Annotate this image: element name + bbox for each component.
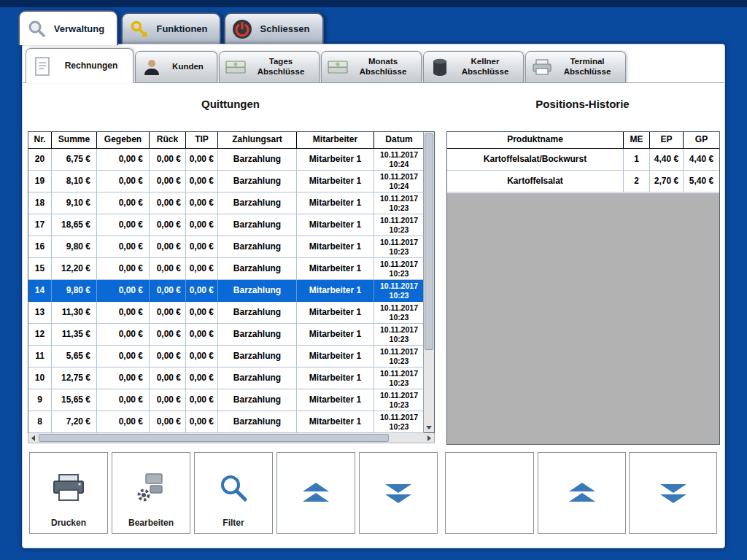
blank-button[interactable]	[445, 452, 534, 534]
cell-datum: 10.11.201710:23	[374, 389, 424, 411]
cell-gp: 5,40 €	[684, 171, 719, 192]
column-header-tip[interactable]: TIP	[186, 132, 218, 148]
tab-label: Rechnungen	[54, 61, 128, 71]
quittungen-scroll-up-button[interactable]	[276, 452, 355, 534]
cell-produktname: Kartoffelsalat/Bockwurst	[447, 149, 624, 171]
scroll-left-arrow-icon[interactable]	[31, 435, 35, 441]
cell-tip: 0,00 €	[186, 258, 218, 280]
cell-nr: 13	[28, 302, 52, 324]
cell-tip: 0,00 €	[186, 302, 218, 324]
cell-datum: 10.11.201710:23	[374, 258, 424, 280]
cell-tip: 0,00 €	[186, 346, 218, 368]
quittungen-row[interactable]: 1718,65 €0,00 €0,00 €0,00 €BarzahlungMit…	[28, 214, 424, 236]
cell-nr: 19	[28, 171, 52, 192]
cell-mitarbeiter: Mitarbeiter 1	[297, 411, 374, 433]
cell-gegeben: 0,00 €	[97, 149, 150, 171]
scroll-right-arrow-icon[interactable]	[427, 435, 431, 441]
cell-mitarbeiter: Mitarbeiter 1	[297, 192, 374, 214]
tab-verwaltung[interactable]: Verwaltung	[18, 10, 118, 45]
cell-zahlungsart: Barzahlung	[218, 280, 297, 302]
column-header-datum[interactable]: Datum	[374, 132, 424, 148]
drucken-label: Drucken	[30, 518, 107, 528]
cell-mitarbeiter: Mitarbeiter 1	[297, 214, 374, 236]
cell-rueck: 0,00 €	[150, 368, 186, 389]
column-header-gp[interactable]: GP	[684, 132, 719, 148]
tab-terminal-abschluesse[interactable]: Terminal Abschlüsse	[525, 51, 626, 82]
cell-produktname: Kartoffelsalat	[447, 171, 624, 192]
column-header-gegeben[interactable]: Gegeben	[97, 132, 150, 148]
cell-summe: 12,75 €	[52, 368, 97, 389]
positions-row[interactable]: Kartoffelsalat22,70 €5,40 €	[447, 171, 719, 192]
column-header-me[interactable]: ME	[624, 132, 650, 148]
cell-nr: 14	[28, 280, 52, 302]
quittungen-row[interactable]: 206,75 €0,00 €0,00 €0,00 €BarzahlungMita…	[28, 149, 424, 171]
tab-schliessen[interactable]: Schliessen	[224, 12, 324, 44]
column-header-produktname[interactable]: Produktname	[447, 132, 624, 148]
scroll-down-arrow-icon[interactable]	[426, 426, 432, 429]
cell-gegeben: 0,00 €	[97, 368, 150, 389]
quittungen-table: Nr. Summe Gegeben Rück TIP Zahlungsart M…	[28, 131, 435, 433]
cell-zahlungsart: Barzahlung	[218, 258, 297, 280]
quittungen-row[interactable]: 149,80 €0,00 €0,00 €0,00 €BarzahlungMita…	[28, 280, 424, 302]
cell-tip: 0,00 €	[186, 214, 218, 236]
quittungen-row[interactable]: 189,10 €0,00 €0,00 €0,00 €BarzahlungMita…	[28, 192, 424, 214]
cash-icon	[326, 56, 349, 78]
positions-scroll-down-button[interactable]	[629, 452, 717, 534]
quittungen-row[interactable]: 1512,20 €0,00 €0,00 €0,00 €BarzahlungMit…	[28, 258, 424, 280]
cell-summe: 18,65 €	[52, 214, 97, 236]
horizontal-scrollbar-thumb[interactable]	[39, 434, 389, 442]
cell-datum: 10.11.201710:23	[374, 324, 424, 346]
tab-kunden[interactable]: Kunden	[135, 51, 217, 82]
positions-scroll-up-button[interactable]	[538, 452, 626, 534]
tab-rechnungen[interactable]: Rechnungen	[26, 48, 133, 83]
bearbeiten-button[interactable]: Bearbeiten	[112, 452, 190, 534]
tab-label: Schliessen	[253, 23, 317, 34]
quittungen-row[interactable]: 169,80 €0,00 €0,00 €0,00 €BarzahlungMita…	[28, 236, 424, 258]
cell-gegeben: 0,00 €	[97, 258, 150, 280]
cell-summe: 5,65 €	[52, 346, 97, 368]
vertical-scrollbar-thumb[interactable]	[425, 133, 433, 350]
column-header-rueck[interactable]: Rück	[150, 132, 186, 148]
drucken-button[interactable]: Drucken	[29, 452, 108, 534]
cell-datum: 10.11.201710:24	[374, 171, 424, 192]
quittungen-scroll-down-button[interactable]	[359, 452, 438, 534]
cell-rueck: 0,00 €	[150, 258, 186, 280]
cell-mitarbeiter: Mitarbeiter 1	[297, 280, 374, 302]
quittungen-title: Quittungen	[28, 98, 433, 112]
column-header-zahlungsart[interactable]: Zahlungsart	[218, 132, 297, 148]
tab-funktionen[interactable]: Funktionen	[121, 12, 221, 44]
cell-mitarbeiter: Mitarbeiter 1	[297, 149, 374, 171]
tab-tages-abschluesse[interactable]: Tages Abschlüsse	[219, 51, 320, 82]
horizontal-scrollbar[interactable]	[28, 433, 435, 443]
quittungen-row[interactable]: 198,10 €0,00 €0,00 €0,00 €BarzahlungMita…	[28, 171, 424, 192]
cell-datum: 10.11.201710:23	[374, 236, 424, 258]
cell-gegeben: 0,00 €	[97, 411, 150, 433]
filter-button[interactable]: Filter	[194, 452, 273, 534]
cell-zahlungsart: Barzahlung	[218, 389, 297, 411]
cell-summe: 12,20 €	[52, 258, 97, 280]
tab-kellner-abschluesse[interactable]: Kellner Abschlüsse	[423, 51, 524, 82]
vertical-scrollbar[interactable]	[423, 132, 434, 432]
column-header-nr[interactable]: Nr.	[28, 132, 52, 148]
cell-summe: 11,30 €	[52, 302, 97, 324]
tab-label: Kellner	[452, 57, 519, 67]
column-header-ep[interactable]: EP	[650, 132, 684, 148]
magnifier-icon	[26, 18, 47, 39]
cell-mitarbeiter: Mitarbeiter 1	[297, 171, 374, 192]
quittungen-row[interactable]: 915,65 €0,00 €0,00 €0,00 €BarzahlungMita…	[28, 389, 424, 411]
quittungen-row[interactable]: 1012,75 €0,00 €0,00 €0,00 €BarzahlungMit…	[28, 368, 424, 389]
cell-summe: 7,20 €	[52, 411, 97, 433]
cell-nr: 18	[28, 192, 52, 214]
quittungen-row[interactable]: 115,65 €0,00 €0,00 €0,00 €BarzahlungMita…	[28, 346, 424, 368]
column-header-mitarbeiter[interactable]: Mitarbeiter	[297, 132, 374, 148]
quittungen-row[interactable]: 87,20 €0,00 €0,00 €0,00 €BarzahlungMitar…	[28, 411, 424, 433]
positions-row[interactable]: Kartoffelsalat/Bockwurst14,40 €4,40 €	[447, 149, 719, 171]
cell-nr: 12	[28, 324, 52, 346]
quittungen-row[interactable]: 1211,35 €0,00 €0,00 €0,00 €BarzahlungMit…	[28, 324, 424, 346]
column-header-summe[interactable]: Summe	[52, 132, 97, 148]
chevron-up-icon	[300, 483, 332, 503]
cell-zahlungsart: Barzahlung	[218, 302, 297, 324]
quittungen-row[interactable]: 1311,30 €0,00 €0,00 €0,00 €BarzahlungMit…	[28, 302, 424, 324]
tab-monats-abschluesse[interactable]: Monats Abschlüsse	[321, 51, 422, 82]
cell-summe: 15,65 €	[52, 389, 97, 411]
